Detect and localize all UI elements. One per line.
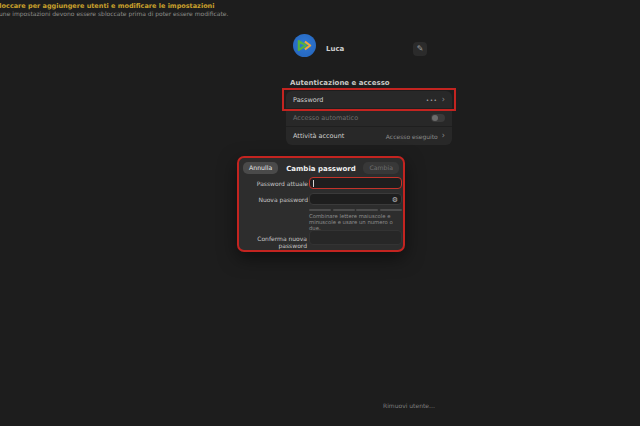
password-row[interactable]: Password ••• ›: [286, 91, 452, 109]
user-avatar[interactable]: [293, 34, 316, 57]
pencil-icon: ✎: [417, 44, 424, 53]
confirm-password-input[interactable]: [309, 230, 402, 245]
strength-segment: [309, 209, 331, 211]
automatic-login-label: Accesso automatico: [293, 114, 431, 122]
password-hint: Combinare lettere maiuscole e minuscole …: [309, 213, 404, 232]
confirm-password-label: Conferma nuova password: [239, 235, 307, 249]
strength-segment: [380, 209, 402, 211]
edit-user-button[interactable]: ✎: [413, 42, 427, 56]
users-settings-panel: Sbloccare per aggiungere utenti e modifi…: [0, 0, 640, 426]
current-password-label: Password attuale: [242, 180, 308, 187]
current-password-input[interactable]: [309, 177, 402, 189]
avatar-logo-icon: [294, 35, 315, 56]
change-button[interactable]: Cambia: [363, 162, 399, 174]
section-title: Autenticazione e accesso: [290, 79, 390, 87]
change-password-dialog: Annulla Cambia password Cambia Password …: [237, 156, 405, 252]
unlock-banner-title: Sbloccare per aggiungere utenti e modifi…: [0, 2, 228, 10]
account-activity-label: Attività account: [293, 132, 386, 140]
password-strength-meter: [309, 209, 402, 211]
generate-password-icon[interactable]: ⚙: [392, 196, 398, 204]
account-activity-value: Accesso eseguito: [386, 133, 438, 140]
new-password-label: Nuova password: [242, 196, 308, 203]
user-name: Luca: [326, 45, 344, 53]
auth-rows-list: Password ••• › Accesso automatico Attivi…: [286, 91, 452, 145]
account-activity-row[interactable]: Attività account Accesso eseguito ›: [286, 127, 452, 145]
new-password-input[interactable]: ⚙: [309, 193, 402, 205]
password-row-label: Password: [293, 96, 426, 104]
password-dots: •••: [426, 97, 438, 103]
toggle-knob: [432, 115, 438, 121]
text-caret: [313, 180, 314, 187]
strength-segment: [333, 209, 355, 211]
unlock-banner: Sbloccare per aggiungere utenti e modifi…: [0, 2, 228, 18]
strength-segment: [356, 209, 378, 211]
automatic-login-row[interactable]: Accesso automatico: [286, 109, 452, 127]
chevron-right-icon: ›: [442, 96, 445, 104]
unlock-banner-subtitle: Alcune impostazioni devono essere sblocc…: [0, 10, 228, 18]
remove-user-button[interactable]: Rimuovi utente…: [383, 402, 435, 409]
chevron-right-icon: ›: [442, 132, 445, 140]
automatic-login-toggle[interactable]: [431, 114, 445, 122]
